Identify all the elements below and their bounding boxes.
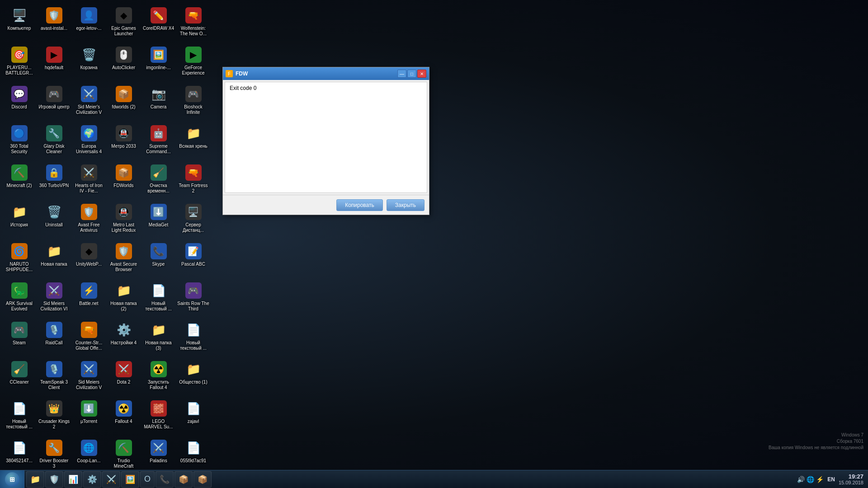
tray-icon-sound[interactable]: 🔊 xyxy=(797,476,805,483)
desktop-icon-korzina[interactable]: 🗑️Корзина xyxy=(72,44,106,82)
icon-label-pascal-abc: Pascal ABC xyxy=(181,262,205,267)
desktop-icon-avast-secure[interactable]: 🛡️Avast Secure Browser xyxy=(107,240,141,279)
desktop-icon-crusader-kings2[interactable]: 👑Crusader Kings 2 xyxy=(37,398,71,436)
desktop-icon-supreme-command[interactable]: 🤖Supreme Command... xyxy=(142,122,175,161)
desktop-icon-sid-meier-civ5b[interactable]: ⚔️Sid Meiers Civilization V xyxy=(72,358,106,397)
desktop-icon-mediaget[interactable]: ⬇️MediaGet xyxy=(142,201,175,239)
desktop-icon-avast-install[interactable]: 🛡️avast-instal... xyxy=(37,5,71,43)
desktop-icon-computer[interactable]: 🖥️Компьютер xyxy=(2,5,36,43)
desktop-icon-driver-booster[interactable]: 🔧Driver Booster 3 xyxy=(37,437,71,470)
desktop-icon-igrovoy[interactable]: 🎮Игровой центр xyxy=(37,83,71,122)
desktop-icon-camera[interactable]: 📷Camera xyxy=(142,83,175,122)
desktop-icon-paladins[interactable]: ⚔️Paladins xyxy=(142,437,175,470)
desktop-icon-metro2033[interactable]: 🚇Метро 2033 xyxy=(107,122,141,161)
taskbar-item-gold-box[interactable]: 📦 xyxy=(175,471,193,488)
desktop-icon-dota2[interactable]: ⚔️Dota 2 xyxy=(107,358,141,397)
desktop-icon-skype[interactable]: 📞Skype xyxy=(142,240,175,279)
desktop-icon-ccleaner[interactable]: 🧹CCleaner xyxy=(2,358,36,397)
desktop-icon-hearts-of-iron[interactable]: ⚔️Hearts of Iron IV - Fie... xyxy=(72,162,106,200)
fdw-copy-button[interactable]: Копировать xyxy=(336,199,383,211)
desktop-icon-counter-strike[interactable]: 🔫Counter-Str... Global Offe... xyxy=(72,319,106,357)
desktop-icon-trudio-minecraft[interactable]: ⛏️Trudio MineCraft xyxy=(107,437,141,470)
desktop-icon-glary[interactable]: 🔧Glary Disk Cleaner xyxy=(37,122,71,161)
start-button[interactable]: ⊞ xyxy=(0,470,24,488)
desktop-icon-geforce[interactable]: ▶GeForce Experience xyxy=(176,44,210,82)
desktop-icon-raidcall[interactable]: 🎙️RaidCall xyxy=(37,319,71,357)
desktop-icon-uninstall[interactable]: 🗑️Uninstall xyxy=(37,201,71,239)
tray-icon-power[interactable]: ⚡ xyxy=(816,476,824,483)
desktop-icon-bioshock[interactable]: 🎮Bioshock Infinite xyxy=(176,83,210,122)
desktop-icon-novaya-papka[interactable]: 📁Новая папка xyxy=(37,240,71,279)
tray-icon-network[interactable]: 🌐 xyxy=(807,476,814,483)
desktop-icon-380452147[interactable]: 📄380452147... xyxy=(2,437,36,470)
desktop-icon-epic-games[interactable]: ◆Epic Games Launcher xyxy=(107,5,141,43)
desktop-icon-vsyakaya[interactable]: 📁Всякая хрень xyxy=(176,122,210,161)
desktop-icon-nastroyki4[interactable]: ⚙️Настройки 4 xyxy=(107,319,141,357)
icon-label-zajavl: zajavl xyxy=(188,419,199,424)
language-selector[interactable]: EN xyxy=(827,476,835,483)
taskbar-item-avast[interactable]: 🛡️ xyxy=(45,471,63,488)
desktop-icon-istoriya[interactable]: 📁История xyxy=(2,201,36,239)
desktop-icon-coreldraw[interactable]: ✏️CorelDRAW X4 xyxy=(142,5,175,43)
desktop-icon-steam[interactable]: 🎮Steam xyxy=(2,319,36,357)
taskbar-item-opera[interactable]: O xyxy=(140,471,155,488)
desktop-icon-zajavl[interactable]: 📄zajavl xyxy=(176,398,210,436)
desktop-icon-obshchestvo[interactable]: 📁Общество (1) xyxy=(176,358,210,397)
desktop-icon-noviy-txt3[interactable]: 📄Новый текстовый ... xyxy=(2,398,36,436)
desktop-icon-360turbovpn[interactable]: 🔒360 TurboVPN xyxy=(37,162,71,200)
desktop-icon-ark[interactable]: 🦕ARK Survival Evolved xyxy=(2,280,36,318)
desktop-icon-naruto[interactable]: 🌀NARUTO SHIPPUDE... xyxy=(2,240,36,279)
desktop-icon-hqdefault[interactable]: ▶hqdefault xyxy=(37,44,71,82)
taskbar-item-skype-tb[interactable]: 📞 xyxy=(156,471,174,488)
desktop-icon-pascal-abc[interactable]: 📝Pascal ABC xyxy=(176,240,210,279)
desktop-icon-ochistka[interactable]: 🧹Очистка временн... xyxy=(142,162,175,200)
desktop-icon-discord[interactable]: 💬Discord xyxy=(2,83,36,122)
desktop-icon-imgonline[interactable]: 🖼️imgonline-... xyxy=(142,44,175,82)
desktop-icon-team-fortress[interactable]: 🔫Team Fortress 2 xyxy=(176,162,210,200)
desktop-icon-minecraft2[interactable]: ⛏️Minecraft (2) xyxy=(2,162,36,200)
taskbar-item-settings[interactable]: ⚙️ xyxy=(83,471,101,488)
icon-label-counter-strike: Counter-Str... Global Offe... xyxy=(73,340,105,351)
desktop-icon-novaya-papka2[interactable]: 📁Новая папка (2) xyxy=(107,280,141,318)
taskbar-item-paint[interactable]: 🖼️ xyxy=(121,471,139,488)
desktop-icon-egor-letov[interactable]: 👤egor-letov-... xyxy=(72,5,106,43)
desktop-icon-fdworlds2[interactable]: 📦fdworlds (2) xyxy=(107,83,141,122)
desktop-icon-autoclicker[interactable]: 🖱️AutoClicker xyxy=(107,44,141,82)
desktop-icon-fallout4[interactable]: ☢️Fallout 4 xyxy=(107,398,141,436)
desktop-icon-unityweb[interactable]: ◆UnityWebP... xyxy=(72,240,106,279)
desktop-icon-playerunknown[interactable]: 🎯PLAYERU... BATTLEGR... xyxy=(2,44,36,82)
taskbar-item-bar-chart[interactable]: 📊 xyxy=(64,471,82,488)
desktop-icon-sid-meier-civ6[interactable]: ⚔️Sid Meiers Civilization VI xyxy=(37,280,71,318)
desktop-icon-360security[interactable]: 🔵360 Total Security xyxy=(2,122,36,161)
clock-area[interactable]: 19:27 15.09.2018 xyxy=(839,473,863,485)
desktop-icon-saints-row[interactable]: 🎮Saints Row The Third xyxy=(176,280,210,318)
desktop-icon-zapustit-fallout4[interactable]: ☢️Запустить Fallout 4 xyxy=(142,358,175,397)
desktop-icon-metro-last-light[interactable]: 🚇Metro Last Light Redux xyxy=(107,201,141,239)
taskbar-item-dota2-tb[interactable]: ⚔️ xyxy=(102,471,120,488)
fdw-maximize-button[interactable]: □ xyxy=(407,70,416,78)
desktop-icon-battlenet[interactable]: ⚡Battle.net xyxy=(72,280,106,318)
desktop-icon-noviy-txt[interactable]: 📄Новый текстовый ... xyxy=(142,280,175,318)
desktop-icon-sid-meier-civ5[interactable]: ⚔️Sid Meier's Civilization V xyxy=(72,83,106,122)
desktop-icon-hash[interactable]: 📄055l9d7ac91 xyxy=(176,437,210,470)
desktop-icon-coop-lan[interactable]: 🌐Coop-Lan... xyxy=(72,437,106,470)
desktop-icon-lego-marvel[interactable]: 🧱LEGO MARVEL Su... xyxy=(142,398,175,436)
fdw-close-button[interactable]: ✕ xyxy=(417,70,426,78)
icon-image-380452147: 📄 xyxy=(10,439,28,457)
desktop-icon-noviy-txt2[interactable]: 📄Новый текстовый ... xyxy=(176,319,210,357)
desktop-icon-server-distance[interactable]: 🖥️Сервер Дистанц... xyxy=(176,201,210,239)
desktop-icon-europa[interactable]: 🌍Europa Universalis 4 xyxy=(72,122,106,161)
desktop-icon-novaya-papka3[interactable]: 📁Новая папка (3) xyxy=(142,319,175,357)
fdw-close-dialog-button[interactable]: Закрыть xyxy=(387,199,425,211)
icon-image-igrovoy: 🎮 xyxy=(45,85,63,103)
desktop-icon-wolfenstein[interactable]: 🔫Wolfenstein: The New O... xyxy=(176,5,210,43)
taskbar-item-box2[interactable]: 📦 xyxy=(193,471,212,488)
icon-label-vsyakaya: Всякая хрень xyxy=(179,144,207,149)
desktop-icon-avast-free[interactable]: 🛡️Avast Free Antivirus xyxy=(72,201,106,239)
fdw-minimize-button[interactable]: — xyxy=(397,70,406,78)
desktop: 🖥️Компьютер🛡️avast-instal...👤egor-letov-… xyxy=(0,0,868,470)
taskbar-item-explorer[interactable]: 📁 xyxy=(26,471,44,488)
desktop-icon-teamspeak[interactable]: 🎙️TeamSpeak 3 Client xyxy=(37,358,71,397)
desktop-icon-utorrent[interactable]: ⬇️µTorrent xyxy=(72,398,106,436)
desktop-icon-fdworlds[interactable]: 📦FDWorlds xyxy=(107,162,141,200)
